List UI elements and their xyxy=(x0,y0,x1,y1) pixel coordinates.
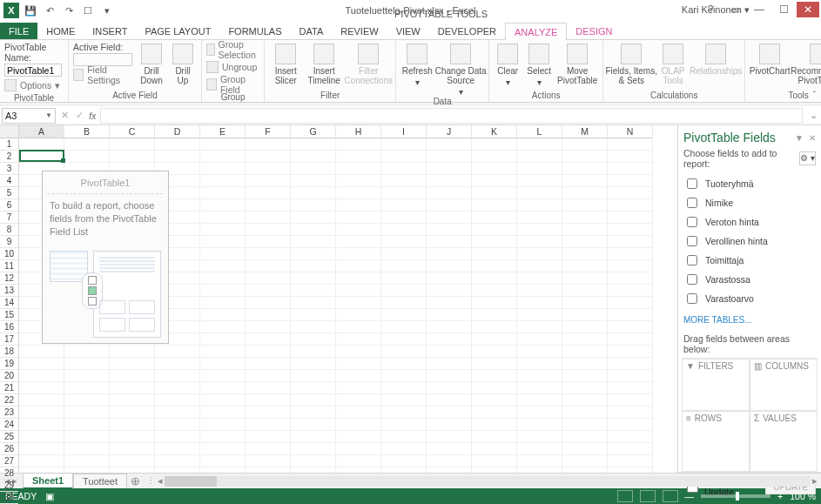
formula-bar[interactable] xyxy=(100,108,803,124)
minimize-icon[interactable]: — xyxy=(748,2,771,17)
field-0[interactable]: Tuoteryhmä xyxy=(683,174,816,193)
drill-up-button[interactable]: Drill Up xyxy=(169,42,197,85)
pane-layout-gear-icon[interactable]: ⚙ ▾ xyxy=(799,151,816,165)
close-icon[interactable]: ✕ xyxy=(797,2,819,17)
clear-button[interactable]: Clear ▾ xyxy=(494,42,522,87)
grid[interactable]: ABCDEFGHIJKLMN PivotTable1 To build a re… xyxy=(19,125,677,473)
row-header-4[interactable]: 4 xyxy=(0,175,18,187)
row-header-8[interactable]: 8 xyxy=(0,224,18,236)
save-icon[interactable]: 💾 xyxy=(23,3,38,18)
tab-insert[interactable]: INSERT xyxy=(84,23,136,39)
row-header-9[interactable]: 9 xyxy=(0,236,18,248)
area-filters[interactable]: ▼FILTERS xyxy=(682,359,750,411)
col-header-F[interactable]: F xyxy=(246,125,291,138)
zoom-in-icon[interactable]: + xyxy=(777,491,783,501)
row-header-27[interactable]: 27 xyxy=(0,455,18,467)
row-header-23[interactable]: 23 xyxy=(0,407,18,419)
expand-formula-bar-icon[interactable]: ⌄ xyxy=(806,110,821,121)
row-header-3[interactable]: 3 xyxy=(0,163,18,175)
view-normal-icon[interactable] xyxy=(617,490,633,502)
tab-developer[interactable]: DEVELOPER xyxy=(429,23,505,39)
zoom-out-icon[interactable]: — xyxy=(685,491,695,501)
row-header-11[interactable]: 11 xyxy=(0,260,18,272)
ribbon-display-icon[interactable]: ▭ xyxy=(723,2,746,17)
group-field-button[interactable]: Group Field xyxy=(206,77,259,92)
col-header-B[interactable]: B xyxy=(64,125,110,138)
row-header-6[interactable]: 6 xyxy=(0,199,18,212)
field-2[interactable]: Veroton hinta xyxy=(683,212,816,232)
row-header-7[interactable]: 7 xyxy=(0,212,18,224)
area-columns[interactable]: ▥COLUMNS xyxy=(750,359,818,411)
tab-view[interactable]: VIEW xyxy=(387,23,429,39)
qat-more-icon[interactable]: ▾ xyxy=(99,3,115,18)
fields-items-sets-button[interactable]: Fields, Items, & Sets xyxy=(608,42,655,85)
redo-icon[interactable]: ↷ xyxy=(61,3,77,18)
row-header-13[interactable]: 13 xyxy=(0,285,18,297)
tab-data[interactable]: DATA xyxy=(291,23,333,39)
col-header-D[interactable]: D xyxy=(155,125,200,138)
col-header-H[interactable]: H xyxy=(336,125,381,138)
field-3[interactable]: Verollinen hinta xyxy=(683,232,816,251)
tab-page-layout[interactable]: PAGE LAYOUT xyxy=(136,23,219,39)
pivottable-placeholder[interactable]: PivotTable1 To build a report, choose fi… xyxy=(42,171,169,344)
col-header-L[interactable]: L xyxy=(517,125,562,138)
undo-icon[interactable]: ↶ xyxy=(42,3,57,18)
options-button[interactable]: Options ▾ xyxy=(4,77,60,93)
help-icon[interactable]: ? xyxy=(699,2,722,17)
field-4[interactable]: Toimittaja xyxy=(683,251,816,270)
tab-home[interactable]: HOME xyxy=(37,23,84,39)
row-header-24[interactable]: 24 xyxy=(0,419,18,431)
group-selection-button[interactable]: Group Selection xyxy=(206,42,259,57)
row-header-14[interactable]: 14 xyxy=(0,297,18,309)
hscroll-left-icon[interactable]: ◂ xyxy=(158,475,163,487)
row-header-12[interactable]: 12 xyxy=(0,272,18,285)
tab-analyze[interactable]: ANALYZE xyxy=(505,23,567,40)
hscroll-divider-icon[interactable]: ⋮ xyxy=(146,475,156,487)
row-header-17[interactable]: 17 xyxy=(0,333,18,346)
col-header-A[interactable]: A xyxy=(19,125,64,138)
view-page-layout-icon[interactable] xyxy=(640,490,656,502)
row-header-30[interactable]: 30 xyxy=(0,492,18,504)
row-header-2[interactable]: 2 xyxy=(0,151,18,163)
name-box[interactable]: A3▼ xyxy=(2,108,56,124)
pane-dropdown-icon[interactable]: ▼ xyxy=(795,133,804,143)
col-header-J[interactable]: J xyxy=(427,125,472,138)
row-header-5[interactable]: 5 xyxy=(0,187,18,199)
row-header-29[interactable]: 29 xyxy=(0,480,18,492)
row-header-28[interactable]: 28 xyxy=(0,467,18,480)
col-header-K[interactable]: K xyxy=(472,125,517,138)
area-values[interactable]: ΣVALUES xyxy=(750,411,818,472)
horizontal-scrollbar[interactable]: ⋮ ◂ ▸ xyxy=(143,475,821,487)
hscroll-right-icon[interactable]: ▸ xyxy=(812,475,818,487)
tab-review[interactable]: REVIEW xyxy=(332,23,387,39)
area-rows[interactable]: ≡ROWS xyxy=(682,411,750,472)
tab-design[interactable]: DESIGN xyxy=(567,23,621,39)
macro-record-icon[interactable]: ▣ xyxy=(45,491,54,501)
field-5[interactable]: Varastossa xyxy=(683,270,816,289)
col-header-G[interactable]: G xyxy=(291,125,336,138)
row-header-19[interactable]: 19 xyxy=(0,358,18,370)
col-header-C[interactable]: C xyxy=(110,125,155,138)
touch-mode-icon[interactable]: ☐ xyxy=(80,3,96,18)
row-header-25[interactable]: 25 xyxy=(0,431,18,443)
select-button[interactable]: Select ▾ xyxy=(525,42,553,87)
namebox-dropdown-icon[interactable]: ▼ xyxy=(45,111,52,119)
sheet-tab-tuotteet[interactable]: Tuotteet xyxy=(73,474,127,488)
col-header-N[interactable]: N xyxy=(608,125,653,138)
row-header-10[interactable]: 10 xyxy=(0,248,18,260)
collapse-ribbon-icon[interactable]: ˆ xyxy=(813,91,816,100)
fx-icon[interactable]: fx xyxy=(89,111,97,121)
drill-down-button[interactable]: Drill Down xyxy=(138,42,165,85)
row-header-18[interactable]: 18 xyxy=(0,346,18,358)
sheet-tab-sheet1[interactable]: Sheet1 xyxy=(23,473,73,489)
row-header-26[interactable]: 26 xyxy=(0,443,18,455)
col-header-M[interactable]: M xyxy=(562,125,608,138)
col-header-I[interactable]: I xyxy=(381,125,427,138)
row-header-1[interactable]: 1 xyxy=(0,138,18,151)
new-sheet-button[interactable]: ⊕ xyxy=(127,474,143,487)
row-header-22[interactable]: 22 xyxy=(0,394,18,407)
row-header-21[interactable]: 21 xyxy=(0,382,18,394)
ungroup-button[interactable]: Ungroup xyxy=(206,59,257,75)
field-1[interactable]: Nimike xyxy=(683,193,816,212)
row-header-15[interactable]: 15 xyxy=(0,309,18,321)
